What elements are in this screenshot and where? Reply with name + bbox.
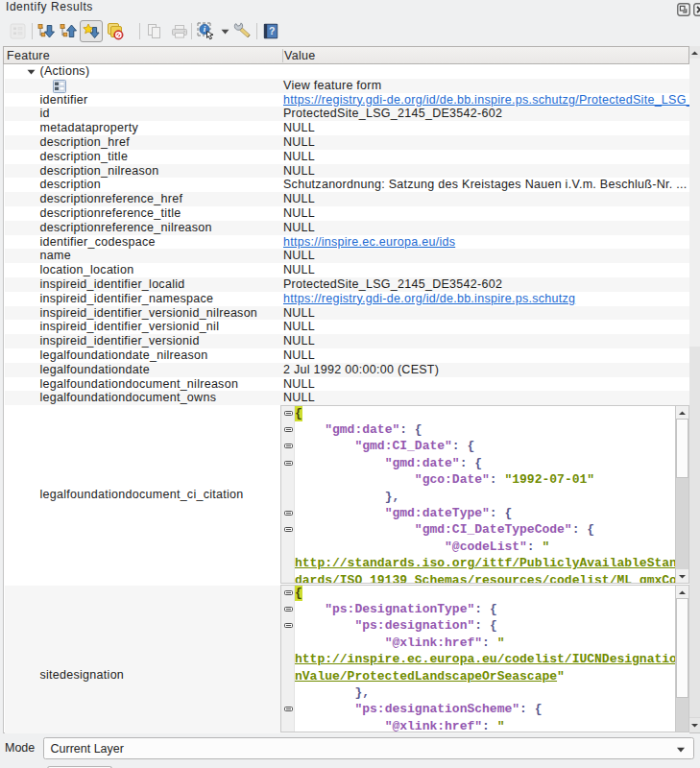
svg-text:?: ? xyxy=(269,25,275,36)
